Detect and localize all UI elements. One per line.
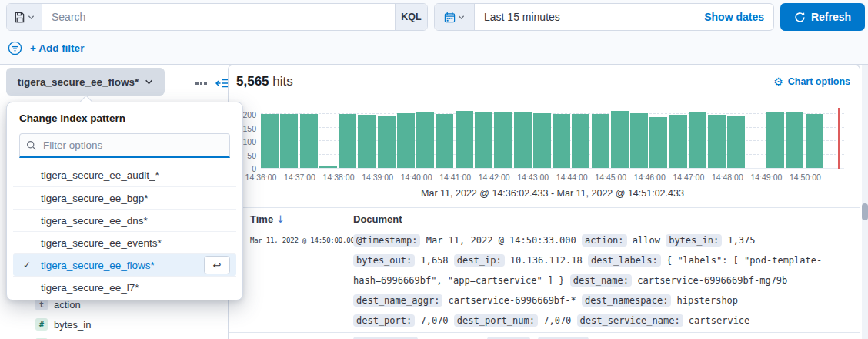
document-line: @timestamp: Mar 11, 2022 @ 14:50:33.000 … <box>353 230 852 250</box>
search-icon <box>26 140 37 151</box>
field-name-badge: dest_service_name: <box>577 314 683 327</box>
scrollbar-track[interactable] <box>862 65 868 339</box>
date-quick-select-button[interactable] <box>435 4 475 30</box>
sort-descending-icon[interactable]: ↓ <box>276 213 285 225</box>
index-pattern-option[interactable]: ✓tigera_secure_ee_flows*↩ <box>13 253 236 276</box>
query-top-bar: KQL Last 15 minutes Show dates Refresh +… <box>0 0 868 65</box>
histogram-bar[interactable] <box>572 114 589 168</box>
index-pattern-label: tigera_secure_ee_flows* <box>18 76 139 88</box>
histogram-bar[interactable] <box>436 114 453 168</box>
table-header-document: Document <box>353 213 402 225</box>
field-name-badge: dest_labels: <box>588 254 661 267</box>
x-axis-tick-label: 14:37:00 <box>279 173 322 182</box>
index-pattern-option-label: tigera_secure_ee_bgp* <box>41 193 149 204</box>
histogram-bar[interactable] <box>358 115 376 168</box>
histogram-bar[interactable] <box>416 112 434 168</box>
histogram-bar[interactable] <box>806 114 823 168</box>
histogram-bar[interactable] <box>319 166 337 168</box>
change-index-pattern-popover: Change index pattern tigera_secure_ee_au… <box>6 102 243 300</box>
histogram-bar[interactable] <box>592 114 609 168</box>
index-pattern-option-label: tigera_secure_ee_l7* <box>41 282 139 294</box>
table-row-time: Mar 11, 2022 @ 14:50:00.000 <box>250 237 359 244</box>
document-line: dest_name_aggr: cartservice-6996669bf-* … <box>353 290 852 310</box>
index-pattern-option-label: tigera_secure_ee_events* <box>41 237 162 249</box>
index-pattern-option[interactable]: tigera_secure_ee_events* <box>13 231 236 253</box>
x-axis-tick-label: 14:45:00 <box>589 173 633 182</box>
add-filter-button[interactable]: + Add filter <box>30 42 84 54</box>
histogram-bar[interactable] <box>397 113 415 168</box>
x-axis-tick-label: 14:41:00 <box>434 173 477 182</box>
field-name-badge: dest_port_num: <box>454 314 538 327</box>
date-picker: Last 15 minutes Show dates <box>434 3 774 31</box>
index-pattern-option[interactable]: tigera_secure_ee_audit_* <box>13 164 236 186</box>
index-pattern-switcher-button[interactable]: tigera_secure_ee_flows* <box>6 68 165 96</box>
histogram-bar[interactable] <box>649 117 667 169</box>
x-axis-tick-label: 14:39:00 <box>356 173 399 182</box>
histogram-bar[interactable] <box>708 115 726 168</box>
document-line: bytes_out: 1,658 dest_ip: 10.136.112.18 … <box>353 250 852 270</box>
histogram-bar[interactable] <box>669 115 687 168</box>
field-label: bytes_in <box>54 319 91 331</box>
histogram-bar[interactable] <box>280 114 298 168</box>
field-name-badge: dest_ip: <box>454 254 505 267</box>
gear-icon: ⚙ <box>773 76 783 87</box>
hits-count: 5,565 hits <box>236 74 293 89</box>
chart-options-button[interactable]: ⚙Chart options <box>773 76 850 87</box>
document-line: dest_port: 7,070 dest_port_num: 7,070 de… <box>353 310 852 331</box>
field-name-badge: dest_name_aggr: <box>353 294 442 307</box>
x-axis-tick-label: 14:36:00 <box>239 173 282 182</box>
field-options-icon[interactable] <box>195 79 208 88</box>
histogram-bar[interactable] <box>339 114 356 168</box>
histogram-bar[interactable] <box>689 112 706 168</box>
histogram-bar[interactable] <box>456 111 473 168</box>
histogram-bar[interactable] <box>300 114 318 168</box>
histogram-bar[interactable] <box>378 116 396 168</box>
field-name-badge: dest_name: <box>570 274 632 287</box>
refresh-label: Refresh <box>811 11 851 23</box>
x-axis-tick-label: 14:42:00 <box>472 173 516 182</box>
histogram-bar[interactable] <box>261 114 279 168</box>
x-axis-tick-label: 14:43:00 <box>512 173 555 182</box>
search-bar: KQL <box>6 3 428 31</box>
saved-query-menu-button[interactable] <box>7 4 42 30</box>
field-type-icon: # <box>35 318 48 331</box>
histogram-plot[interactable] <box>261 109 844 169</box>
time-range-value[interactable]: Last 15 minutes <box>475 4 560 30</box>
index-pattern-option[interactable]: tigera_secure_ee_l7* <box>13 276 236 298</box>
kql-language-button[interactable]: KQL <box>395 4 427 30</box>
histogram-bar[interactable] <box>514 112 532 168</box>
histogram-bar[interactable] <box>494 112 512 168</box>
show-dates-button[interactable]: Show dates <box>704 4 773 30</box>
histogram-bar[interactable] <box>630 113 648 168</box>
scrollbar-thumb[interactable] <box>862 203 868 220</box>
sidebar-field-bytes_out[interactable]: #bytes_out <box>0 336 228 339</box>
time-range-subtitle: Mar 11, 2022 @ 14:36:02.433 - Mar 11, 20… <box>261 188 844 199</box>
check-icon: ✓ <box>13 260 41 270</box>
table-row-document: @timestamp: Mar 11, 2022 @ 14:50:33.000 … <box>353 230 852 331</box>
filter-options-input[interactable] <box>19 133 230 158</box>
filter-icon[interactable] <box>8 41 22 55</box>
index-pattern-option-label: tigera_secure_ee_audit_* <box>41 170 159 181</box>
histogram-bar[interactable] <box>727 116 745 168</box>
field-name-badge: bytes_in: <box>666 234 722 247</box>
histogram-bar[interactable] <box>553 114 570 168</box>
save-icon <box>14 12 25 23</box>
field-name-badge: dest_namespace: <box>582 294 671 307</box>
index-pattern-option[interactable]: tigera_secure_ee_dns* <box>13 209 236 231</box>
refresh-button[interactable]: Refresh <box>780 3 865 31</box>
table-header-time[interactable]: Time↓ <box>250 213 285 225</box>
histogram-bar[interactable] <box>475 112 492 168</box>
sidebar-field-bytes_in[interactable]: #bytes_in <box>0 316 228 333</box>
kql-label: KQL <box>401 12 421 22</box>
divider <box>229 332 860 333</box>
histogram-bar[interactable] <box>786 112 803 168</box>
histogram-bar[interactable] <box>533 113 551 168</box>
index-pattern-option-label: tigera_secure_ee_dns* <box>41 215 148 227</box>
x-axis-tick-label: 14:50:00 <box>783 173 826 182</box>
histogram-bar[interactable] <box>766 112 784 168</box>
x-axis-tick-label: 14:48:00 <box>706 173 749 182</box>
histogram-bar[interactable] <box>611 111 629 168</box>
divider <box>229 207 860 208</box>
index-pattern-option[interactable]: tigera_secure_ee_bgp* <box>13 186 236 209</box>
search-input[interactable] <box>42 4 395 30</box>
